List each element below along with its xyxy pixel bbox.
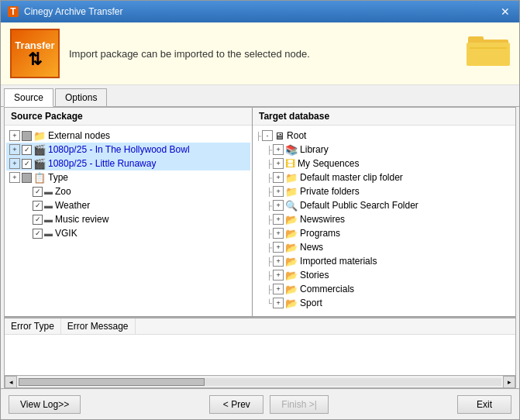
transfer-arrows-icon: ⇅ [28,51,42,68]
expand-icon[interactable]: + [273,270,284,281]
expand-icon[interactable]: + [273,158,284,169]
expand-icon[interactable]: + [273,144,284,155]
item-label: My Sequences [298,158,359,169]
footer-right: Exit [457,395,511,414]
item-icon: ▬ [44,201,53,210]
scroll-track[interactable] [19,378,501,386]
expand-icon[interactable]: + [9,172,20,183]
finish-button[interactable]: Finish >| [270,395,328,414]
checkbox[interactable] [22,173,32,183]
tabs: Source Options [1,85,519,107]
checkbox[interactable]: ✓ [33,229,43,239]
list-item[interactable]: ✓ ▬ Weather [6,198,250,212]
list-item[interactable]: ├ + 📁 Default master clip folder [254,170,514,184]
checkbox[interactable]: ✓ [33,187,43,197]
computer-icon: 🖥 [274,130,284,142]
item-label: Programs [300,228,340,239]
expand-icon[interactable]: + [9,158,20,169]
item-label: Zoo [55,186,71,197]
source-panel: Source Package + 📁 External nodes + ✓ 🎬 … [5,108,253,316]
list-item[interactable]: ├ + 📂 News [254,240,514,254]
tab-options[interactable]: Options [55,88,107,106]
source-tree[interactable]: + 📁 External nodes + ✓ 🎬 1080p/25 - In T… [5,126,252,316]
folder-blue-icon: 📂 [285,214,298,225]
folder-blue-icon: 📂 [285,284,298,295]
list-item[interactable]: ✓ ▬ VGIK [6,226,250,240]
checkbox[interactable]: ✓ [22,145,32,155]
footer-center: < Prev Finish >| [209,395,328,414]
list-item[interactable]: ├ - 🖥 Root [254,129,514,143]
expand-icon[interactable]: + [273,256,284,267]
item-label: Sport [300,298,322,308]
video-icon: 🎬 [33,158,46,170]
scroll-right-button[interactable]: ▸ [503,376,515,388]
view-log-button[interactable]: View Log>> [9,395,81,414]
title-bar: T Cinegy Archive Transfer ✕ [1,1,519,22]
list-item[interactable]: ✓ ▬ Music review [6,212,250,226]
item-label: Imported materials [300,256,377,267]
private-folder-icon: 📁 [285,186,298,198]
expand-icon[interactable]: + [273,284,284,294]
checkbox[interactable] [22,131,32,141]
error-panel: Error Type Error Message [5,317,515,375]
item-label: Music review [55,214,108,225]
prev-button[interactable]: < Prev [209,395,263,414]
list-item[interactable]: └ + 📂 Sport [254,296,514,310]
expand-icon[interactable]: + [273,298,284,308]
error-type-col: Error Type [5,318,61,334]
checkbox[interactable]: ✓ [33,201,43,211]
expand-icon[interactable]: + [9,144,20,155]
item-label: Private folders [300,186,360,197]
exit-button[interactable]: Exit [457,395,511,414]
svg-rect-5 [470,47,507,49]
tab-source[interactable]: Source [4,88,53,107]
type-icon: 📋 [33,172,46,184]
item-label: Weather [55,200,90,211]
list-item[interactable]: + ✓ 🎬 1080p/25 - In The Hollywood Bowl [6,143,250,157]
checkbox[interactable]: ✓ [22,159,32,169]
close-button[interactable]: ✕ [498,5,513,18]
app-icon: T [7,5,19,18]
expand-icon[interactable]: - [262,130,273,141]
footer-left: View Log>> [9,395,81,414]
list-item[interactable]: + 📁 External nodes [6,129,250,143]
list-item[interactable]: + ✓ 🎬 1080p/25 - Little Runaway [6,157,250,170]
item-label: Newswires [300,214,345,225]
horizontal-scrollbar[interactable]: ◂ ▸ [5,375,515,387]
list-item[interactable]: ├ + 📂 Imported materials [254,254,514,268]
expand-icon[interactable]: + [273,242,284,253]
expand-icon[interactable]: + [273,186,284,197]
error-body [5,335,515,375]
svg-rect-4 [467,43,510,66]
list-item[interactable]: ├ + 🔍 Default Public Search Folder [254,198,514,212]
item-icon: ▬ [44,229,53,238]
expand-icon[interactable]: + [273,214,284,225]
folder-icon: 📁 [33,130,46,142]
list-item[interactable]: ├ + 📂 Stories [254,268,514,282]
list-item[interactable]: ✓ ▬ Zoo [6,184,250,198]
folder-icon [467,30,510,77]
expand-icon[interactable]: + [9,130,20,141]
expand-icon[interactable]: + [273,228,284,239]
scroll-left-button[interactable]: ◂ [5,376,17,388]
folder-icon: 📁 [285,172,298,184]
list-item[interactable]: ├ + 📁 Private folders [254,184,514,198]
item-label: Type [48,172,68,183]
source-panel-header: Source Package [5,108,252,126]
list-item[interactable]: ├ + 📂 Commercials [254,282,514,296]
list-item[interactable]: ├ + 📚 Library [254,143,514,157]
expand-icon[interactable]: + [273,200,284,211]
main-content: Source Package + 📁 External nodes + ✓ 🎬 … [4,107,516,388]
item-label: 1080p/25 - Little Runaway [48,158,156,169]
expand-icon[interactable]: + [273,172,284,183]
list-item[interactable]: ├ + 📂 Programs [254,226,514,240]
list-item[interactable]: ├ + 📂 Newswires [254,212,514,226]
target-tree[interactable]: ├ - 🖥 Root ├ + 📚 Library ├ + [253,126,515,316]
checkbox[interactable]: ✓ [33,215,43,225]
split-pane: Source Package + 📁 External nodes + ✓ 🎬 … [5,108,515,317]
list-item[interactable]: ├ + 🎞 My Sequences [254,157,514,170]
svg-rect-3 [468,36,484,43]
item-icon: ▬ [44,187,53,196]
list-item[interactable]: + 📋 Type [6,170,250,184]
scroll-thumb[interactable] [19,378,205,386]
